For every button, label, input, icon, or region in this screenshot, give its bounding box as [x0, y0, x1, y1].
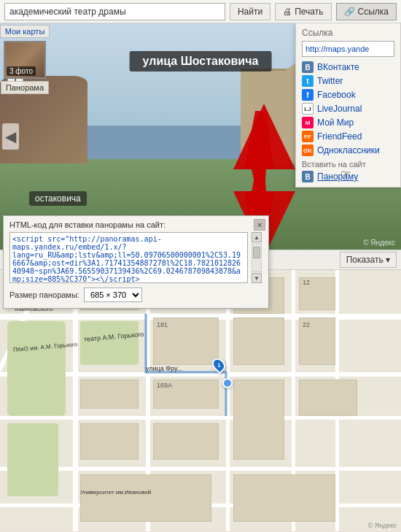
embed-panorama-item[interactable]: В Панораму ☞: [302, 171, 394, 182]
block7: [233, 317, 284, 365]
share-ff[interactable]: FF FriendFeed: [302, 131, 394, 142]
ff-icon: FF: [302, 131, 314, 142]
facebook-link: Facebook: [317, 90, 356, 100]
panorama-person-marker[interactable]: [222, 378, 233, 388]
find-button-label: Найти: [238, 7, 262, 17]
map-num-12: 12: [303, 279, 310, 286]
share-url-input[interactable]: [302, 41, 394, 57]
share-twitter[interactable]: t Twitter: [302, 75, 394, 87]
twitter-icon: t: [302, 75, 314, 87]
ff-link: FriendFeed: [317, 131, 362, 142]
map-num-22: 22: [303, 321, 310, 328]
map-street-frun: улица Фру...: [146, 365, 182, 372]
embed-code-textarea[interactable]: [9, 232, 248, 283]
block9: [233, 379, 284, 460]
photos-badge: 3 фото: [7, 66, 36, 76]
share-panel-title: Ссылка: [302, 28, 394, 38]
search-input[interactable]: академический театр драмы: [4, 3, 225, 20]
thumbnail-sidebar: Мои карты 3 фото Панорама: [0, 23, 50, 94]
block13: [80, 474, 211, 522]
scroll-up-button[interactable]: ▲: [252, 232, 262, 242]
show-label: Показать ▾: [346, 255, 390, 265]
scroll-track: [252, 243, 262, 272]
block14: [233, 474, 335, 522]
block3: [80, 379, 139, 409]
panorama-marker-circle: [222, 378, 233, 388]
my-maps-button[interactable]: Мои карты: [0, 25, 50, 38]
lj-link: LiveJournal: [317, 104, 362, 114]
map-num-169a: 169А: [157, 382, 172, 389]
scroll-down-button[interactable]: ▼: [252, 273, 262, 283]
find-button[interactable]: Найти: [230, 3, 270, 20]
map-view[interactable]: Маяковского театр А.М. Горького ПКиО им.…: [0, 270, 401, 531]
panorama-street-label: улица Шостаковича: [130, 51, 272, 72]
park-area2: [80, 321, 139, 365]
print-button-label: Печать: [295, 7, 323, 17]
ok-icon: OK: [302, 144, 314, 156]
map-copyright: © Яндекс: [368, 522, 397, 529]
share-ok[interactable]: OK Одноклассники: [302, 144, 394, 156]
share-vk[interactable]: В ВКонтакте: [302, 61, 394, 73]
road-v1: [73, 270, 78, 531]
photo-thumbnail[interactable]: 3 фото: [4, 41, 46, 79]
link-button[interactable]: 🔗 Ссылка: [336, 3, 397, 20]
marker-pin: 1: [209, 355, 227, 374]
panorama-street-label3: остаковича: [29, 191, 87, 206]
embed-size-select[interactable]: 685 × 370: [84, 288, 142, 302]
block10: [299, 379, 357, 416]
panorama-copyright: © Яндекс: [363, 239, 395, 247]
marker-number: 1: [217, 362, 220, 369]
scroll-thumb[interactable]: [253, 247, 260, 258]
print-button[interactable]: 🖨 Печать: [275, 3, 331, 20]
twitter-link: Twitter: [317, 76, 343, 86]
top-bar: академический театр драмы Найти 🖨 Печать…: [0, 0, 401, 23]
map-num-181: 181: [157, 321, 168, 328]
share-facebook[interactable]: f Facebook: [302, 89, 394, 101]
share-panel: Ссылка В ВКонтакте t Twitter f Facebook …: [295, 23, 401, 188]
share-lj[interactable]: LJ LiveJournal: [302, 103, 394, 115]
block11: [80, 423, 139, 460]
print-icon: 🖨: [283, 7, 292, 17]
embed-panorama-link[interactable]: Панораму: [317, 171, 358, 182]
block12: [153, 423, 219, 460]
road-v3: [226, 270, 230, 531]
vk-link: ВКонтакте: [317, 62, 359, 72]
mm-icon: М: [302, 117, 314, 128]
park-area3: [7, 423, 58, 496]
link-button-label: Ссылка: [358, 7, 389, 17]
ok-link: Одноклассники: [317, 145, 380, 155]
embed-content-wrap: ▲ ▼: [9, 232, 262, 283]
embed-panorama-icon: В: [302, 171, 314, 182]
embed-size-label: Размер панорамы:: [9, 290, 79, 299]
share-mm[interactable]: М Мой Мир: [302, 117, 394, 128]
mm-link: Мой Мир: [317, 117, 354, 128]
cursor-pointer: ☞: [340, 167, 351, 181]
vk-icon: В: [302, 61, 314, 73]
show-button[interactable]: Показать ▾: [340, 252, 397, 268]
embed-close-button[interactable]: ✕: [254, 219, 265, 231]
link-icon: 🔗: [344, 7, 355, 17]
embed-panel: ✕ HTML-код для вставки панорамы на сайт:…: [3, 215, 269, 309]
panorama-nav-left[interactable]: ◀: [2, 123, 19, 150]
panorama-tab[interactable]: Панорама: [1, 81, 49, 94]
facebook-icon: f: [302, 89, 314, 101]
park-area: [7, 321, 66, 416]
map-street-university: Университет им.Ивановой: [80, 489, 151, 496]
road-h3: [0, 416, 401, 420]
road-h4: [0, 467, 401, 471]
embed-panel-title: HTML-код для вставки панорамы на сайт:: [9, 220, 262, 229]
location-marker[interactable]: 1: [213, 358, 227, 377]
embed-scrollbar: ▲ ▼: [251, 232, 262, 283]
lj-icon: LJ: [302, 103, 314, 115]
embed-size-row: Размер панорамы: 685 × 370: [9, 288, 262, 302]
